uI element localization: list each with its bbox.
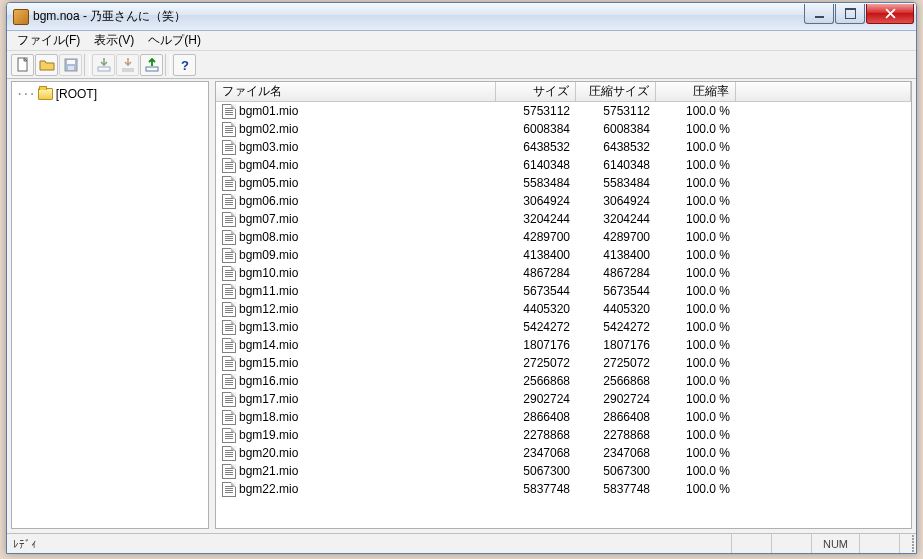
col-header-comp[interactable]: 圧縮サイズ [576,82,656,101]
table-row[interactable]: bgm06.mio30649243064924100.0 % [216,192,911,210]
tree-pane[interactable]: ··· [ROOT] [11,81,209,529]
table-row[interactable]: bgm07.mio32042443204244100.0 % [216,210,911,228]
list-header: ファイル名 サイズ 圧縮サイズ 圧縮率 [216,82,911,102]
file-name: bgm10.mio [239,266,298,280]
col-header-name[interactable]: ファイル名 [216,82,496,101]
table-row[interactable]: bgm10.mio48672844867284100.0 % [216,264,911,282]
file-rate: 100.0 % [656,356,736,370]
file-name: bgm16.mio [239,374,298,388]
file-icon [222,392,236,407]
menu-file[interactable]: ファイル(F) [11,30,86,51]
toolbar: ? [7,51,916,79]
tool-help-button[interactable]: ? [173,54,196,76]
table-row[interactable]: bgm13.mio54242725424272100.0 % [216,318,911,336]
file-comp: 3204244 [576,212,656,226]
table-row[interactable]: bgm14.mio18071761807176100.0 % [216,336,911,354]
file-size: 3064924 [496,194,576,208]
file-icon [222,158,236,173]
table-row[interactable]: bgm04.mio61403486140348100.0 % [216,156,911,174]
svg-rect-4 [98,67,110,71]
file-name: bgm14.mio [239,338,298,352]
file-rate: 100.0 % [656,446,736,460]
maximize-button[interactable] [835,4,865,24]
arrow-down-list-icon [120,57,136,73]
svg-rect-2 [67,60,75,64]
table-row[interactable]: bgm08.mio42897004289700100.0 % [216,228,911,246]
table-row[interactable]: bgm18.mio28664082866408100.0 % [216,408,911,426]
file-name: bgm13.mio [239,320,298,334]
file-size: 5837748 [496,482,576,496]
file-icon [222,212,236,227]
file-comp: 2278868 [576,428,656,442]
col-header-spare[interactable] [736,82,911,101]
file-comp: 3064924 [576,194,656,208]
file-name: bgm03.mio [239,140,298,154]
new-file-icon [15,57,31,73]
file-rate: 100.0 % [656,320,736,334]
table-row[interactable]: bgm03.mio64385326438532100.0 % [216,138,911,156]
list-body[interactable]: bgm01.mio57531125753112100.0 %bgm02.mio6… [216,102,911,528]
table-row[interactable]: bgm11.mio56735445673544100.0 % [216,282,911,300]
file-name: bgm17.mio [239,392,298,406]
table-row[interactable]: bgm05.mio55834845583484100.0 % [216,174,911,192]
file-icon [222,104,236,119]
file-rate: 100.0 % [656,392,736,406]
table-row[interactable]: bgm16.mio25668682566868100.0 % [216,372,911,390]
menu-view[interactable]: 表示(V) [88,30,140,51]
table-row[interactable]: bgm15.mio27250722725072100.0 % [216,354,911,372]
table-row[interactable]: bgm02.mio60083846008384100.0 % [216,120,911,138]
file-icon [222,428,236,443]
tree-root-item[interactable]: ··· [ROOT] [14,86,206,102]
tool-extract-all-button[interactable] [116,54,139,76]
tool-extract-button[interactable] [92,54,115,76]
tool-new-button[interactable] [11,54,34,76]
file-rate: 100.0 % [656,338,736,352]
file-size: 4289700 [496,230,576,244]
file-rate: 100.0 % [656,428,736,442]
file-name: bgm21.mio [239,464,298,478]
col-header-size[interactable]: サイズ [496,82,576,101]
file-comp: 4138400 [576,248,656,262]
resize-grip[interactable] [900,533,916,555]
file-rate: 100.0 % [656,212,736,226]
tool-open-button[interactable] [35,54,58,76]
table-row[interactable]: bgm22.mio58377485837748100.0 % [216,480,911,498]
col-header-rate[interactable]: 圧縮率 [656,82,736,101]
titlebar[interactable]: bgm.noa - 乃亜さんに（笑） [7,3,916,31]
tool-add-button[interactable] [140,54,163,76]
file-size: 5067300 [496,464,576,478]
close-button[interactable] [866,4,914,24]
table-row[interactable]: bgm12.mio44053204405320100.0 % [216,300,911,318]
svg-rect-3 [68,66,74,70]
file-rate: 100.0 % [656,230,736,244]
file-rate: 100.0 % [656,410,736,424]
client-area: ··· [ROOT] ファイル名 サイズ 圧縮サイズ 圧縮率 bgm01.mio… [7,79,916,533]
file-name: bgm04.mio [239,158,298,172]
tool-save-button[interactable] [59,54,82,76]
file-rate: 100.0 % [656,122,736,136]
file-size: 5583484 [496,176,576,190]
minimize-button[interactable] [804,4,834,24]
file-icon [222,446,236,461]
file-name: bgm07.mio [239,212,298,226]
file-comp: 2566868 [576,374,656,388]
file-rate: 100.0 % [656,158,736,172]
table-row[interactable]: bgm17.mio29027242902724100.0 % [216,390,911,408]
file-name: bgm19.mio [239,428,298,442]
file-rate: 100.0 % [656,284,736,298]
file-icon [222,302,236,317]
file-rate: 100.0 % [656,482,736,496]
file-comp: 6008384 [576,122,656,136]
open-folder-icon [39,57,55,73]
app-window: bgm.noa - 乃亜さんに（笑） ファイル(F) 表示(V) ヘルプ(H) [6,2,917,554]
file-icon [222,320,236,335]
table-row[interactable]: bgm21.mio50673005067300100.0 % [216,462,911,480]
file-size: 3204244 [496,212,576,226]
table-row[interactable]: bgm20.mio23470682347068100.0 % [216,444,911,462]
table-row[interactable]: bgm01.mio57531125753112100.0 % [216,102,911,120]
table-row[interactable]: bgm09.mio41384004138400100.0 % [216,246,911,264]
table-row[interactable]: bgm19.mio22788682278868100.0 % [216,426,911,444]
file-icon [222,248,236,263]
menu-help[interactable]: ヘルプ(H) [142,30,207,51]
file-comp: 5753112 [576,104,656,118]
